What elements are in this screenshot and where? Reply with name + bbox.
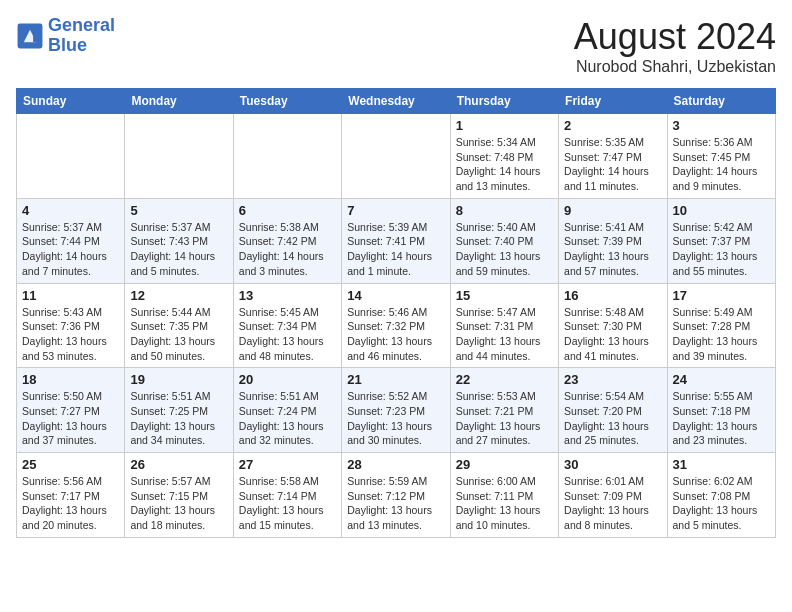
calendar-week-row: 18Sunrise: 5:50 AM Sunset: 7:27 PM Dayli… (17, 368, 776, 453)
day-number: 23 (564, 372, 661, 387)
day-detail: Sunrise: 5:51 AM Sunset: 7:24 PM Dayligh… (239, 389, 336, 448)
logo-icon (16, 22, 44, 50)
calendar-cell: 30Sunrise: 6:01 AM Sunset: 7:09 PM Dayli… (559, 453, 667, 538)
day-detail: Sunrise: 5:54 AM Sunset: 7:20 PM Dayligh… (564, 389, 661, 448)
day-detail: Sunrise: 5:57 AM Sunset: 7:15 PM Dayligh… (130, 474, 227, 533)
weekday-header-saturday: Saturday (667, 89, 775, 114)
day-detail: Sunrise: 5:39 AM Sunset: 7:41 PM Dayligh… (347, 220, 444, 279)
calendar-cell: 10Sunrise: 5:42 AM Sunset: 7:37 PM Dayli… (667, 198, 775, 283)
calendar-cell: 14Sunrise: 5:46 AM Sunset: 7:32 PM Dayli… (342, 283, 450, 368)
day-number: 13 (239, 288, 336, 303)
calendar-cell: 13Sunrise: 5:45 AM Sunset: 7:34 PM Dayli… (233, 283, 341, 368)
calendar-cell: 16Sunrise: 5:48 AM Sunset: 7:30 PM Dayli… (559, 283, 667, 368)
calendar-week-row: 25Sunrise: 5:56 AM Sunset: 7:17 PM Dayli… (17, 453, 776, 538)
weekday-header-thursday: Thursday (450, 89, 558, 114)
calendar-cell: 25Sunrise: 5:56 AM Sunset: 7:17 PM Dayli… (17, 453, 125, 538)
day-number: 10 (673, 203, 770, 218)
day-detail: Sunrise: 5:50 AM Sunset: 7:27 PM Dayligh… (22, 389, 119, 448)
calendar-cell: 1Sunrise: 5:34 AM Sunset: 7:48 PM Daylig… (450, 114, 558, 199)
calendar-cell: 31Sunrise: 6:02 AM Sunset: 7:08 PM Dayli… (667, 453, 775, 538)
calendar-cell: 29Sunrise: 6:00 AM Sunset: 7:11 PM Dayli… (450, 453, 558, 538)
day-number: 12 (130, 288, 227, 303)
calendar-week-row: 4Sunrise: 5:37 AM Sunset: 7:44 PM Daylig… (17, 198, 776, 283)
day-number: 2 (564, 118, 661, 133)
logo-text: General Blue (48, 16, 115, 56)
calendar-cell: 19Sunrise: 5:51 AM Sunset: 7:25 PM Dayli… (125, 368, 233, 453)
day-number: 19 (130, 372, 227, 387)
weekday-header-row: SundayMondayTuesdayWednesdayThursdayFrid… (17, 89, 776, 114)
calendar-cell: 11Sunrise: 5:43 AM Sunset: 7:36 PM Dayli… (17, 283, 125, 368)
day-detail: Sunrise: 5:48 AM Sunset: 7:30 PM Dayligh… (564, 305, 661, 364)
day-number: 18 (22, 372, 119, 387)
calendar-cell (342, 114, 450, 199)
calendar-cell: 18Sunrise: 5:50 AM Sunset: 7:27 PM Dayli… (17, 368, 125, 453)
calendar-cell: 12Sunrise: 5:44 AM Sunset: 7:35 PM Dayli… (125, 283, 233, 368)
calendar-cell: 2Sunrise: 5:35 AM Sunset: 7:47 PM Daylig… (559, 114, 667, 199)
day-detail: Sunrise: 5:34 AM Sunset: 7:48 PM Dayligh… (456, 135, 553, 194)
calendar-week-row: 11Sunrise: 5:43 AM Sunset: 7:36 PM Dayli… (17, 283, 776, 368)
day-detail: Sunrise: 5:37 AM Sunset: 7:44 PM Dayligh… (22, 220, 119, 279)
day-number: 24 (673, 372, 770, 387)
day-number: 30 (564, 457, 661, 472)
day-detail: Sunrise: 5:53 AM Sunset: 7:21 PM Dayligh… (456, 389, 553, 448)
logo-line1: General (48, 15, 115, 35)
calendar-cell: 17Sunrise: 5:49 AM Sunset: 7:28 PM Dayli… (667, 283, 775, 368)
day-detail: Sunrise: 5:52 AM Sunset: 7:23 PM Dayligh… (347, 389, 444, 448)
calendar-cell: 22Sunrise: 5:53 AM Sunset: 7:21 PM Dayli… (450, 368, 558, 453)
day-detail: Sunrise: 6:00 AM Sunset: 7:11 PM Dayligh… (456, 474, 553, 533)
calendar-table: SundayMondayTuesdayWednesdayThursdayFrid… (16, 88, 776, 538)
day-detail: Sunrise: 5:58 AM Sunset: 7:14 PM Dayligh… (239, 474, 336, 533)
calendar-cell: 28Sunrise: 5:59 AM Sunset: 7:12 PM Dayli… (342, 453, 450, 538)
day-number: 11 (22, 288, 119, 303)
day-detail: Sunrise: 6:01 AM Sunset: 7:09 PM Dayligh… (564, 474, 661, 533)
day-detail: Sunrise: 6:02 AM Sunset: 7:08 PM Dayligh… (673, 474, 770, 533)
calendar-cell: 24Sunrise: 5:55 AM Sunset: 7:18 PM Dayli… (667, 368, 775, 453)
day-number: 29 (456, 457, 553, 472)
day-detail: Sunrise: 5:41 AM Sunset: 7:39 PM Dayligh… (564, 220, 661, 279)
weekday-header-monday: Monday (125, 89, 233, 114)
calendar-cell (233, 114, 341, 199)
calendar-cell: 6Sunrise: 5:38 AM Sunset: 7:42 PM Daylig… (233, 198, 341, 283)
weekday-header-tuesday: Tuesday (233, 89, 341, 114)
weekday-header-friday: Friday (559, 89, 667, 114)
day-detail: Sunrise: 5:43 AM Sunset: 7:36 PM Dayligh… (22, 305, 119, 364)
svg-rect-2 (33, 36, 41, 42)
day-number: 8 (456, 203, 553, 218)
day-number: 3 (673, 118, 770, 133)
day-number: 7 (347, 203, 444, 218)
day-number: 17 (673, 288, 770, 303)
day-detail: Sunrise: 5:49 AM Sunset: 7:28 PM Dayligh… (673, 305, 770, 364)
day-number: 25 (22, 457, 119, 472)
logo: General Blue (16, 16, 115, 56)
calendar-cell: 9Sunrise: 5:41 AM Sunset: 7:39 PM Daylig… (559, 198, 667, 283)
calendar-cell: 23Sunrise: 5:54 AM Sunset: 7:20 PM Dayli… (559, 368, 667, 453)
calendar-cell: 5Sunrise: 5:37 AM Sunset: 7:43 PM Daylig… (125, 198, 233, 283)
day-detail: Sunrise: 5:35 AM Sunset: 7:47 PM Dayligh… (564, 135, 661, 194)
day-detail: Sunrise: 5:36 AM Sunset: 7:45 PM Dayligh… (673, 135, 770, 194)
location-title: Nurobod Shahri, Uzbekistan (574, 58, 776, 76)
calendar-cell: 3Sunrise: 5:36 AM Sunset: 7:45 PM Daylig… (667, 114, 775, 199)
day-detail: Sunrise: 5:56 AM Sunset: 7:17 PM Dayligh… (22, 474, 119, 533)
day-number: 20 (239, 372, 336, 387)
day-detail: Sunrise: 5:40 AM Sunset: 7:40 PM Dayligh… (456, 220, 553, 279)
day-detail: Sunrise: 5:38 AM Sunset: 7:42 PM Dayligh… (239, 220, 336, 279)
day-number: 4 (22, 203, 119, 218)
day-number: 22 (456, 372, 553, 387)
calendar-cell: 8Sunrise: 5:40 AM Sunset: 7:40 PM Daylig… (450, 198, 558, 283)
day-detail: Sunrise: 5:47 AM Sunset: 7:31 PM Dayligh… (456, 305, 553, 364)
weekday-header-wednesday: Wednesday (342, 89, 450, 114)
day-number: 14 (347, 288, 444, 303)
day-detail: Sunrise: 5:37 AM Sunset: 7:43 PM Dayligh… (130, 220, 227, 279)
calendar-cell: 15Sunrise: 5:47 AM Sunset: 7:31 PM Dayli… (450, 283, 558, 368)
day-detail: Sunrise: 5:42 AM Sunset: 7:37 PM Dayligh… (673, 220, 770, 279)
day-number: 6 (239, 203, 336, 218)
day-number: 21 (347, 372, 444, 387)
day-number: 28 (347, 457, 444, 472)
title-block: August 2024 Nurobod Shahri, Uzbekistan (574, 16, 776, 76)
month-title: August 2024 (574, 16, 776, 58)
day-number: 9 (564, 203, 661, 218)
calendar-cell (17, 114, 125, 199)
calendar-cell: 4Sunrise: 5:37 AM Sunset: 7:44 PM Daylig… (17, 198, 125, 283)
day-number: 27 (239, 457, 336, 472)
day-number: 1 (456, 118, 553, 133)
